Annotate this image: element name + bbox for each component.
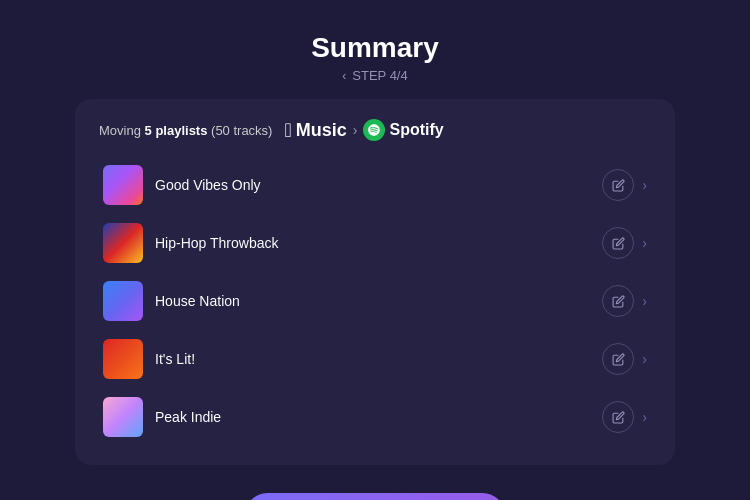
apple-music-logo:  Music [284, 120, 346, 141]
playlist-thumb [103, 339, 143, 379]
chevron-right-icon[interactable]: › [642, 293, 647, 309]
playlist-item: House Nation › [99, 273, 651, 329]
spotify-label: Spotify [389, 121, 443, 139]
edit-button[interactable] [602, 169, 634, 201]
chevron-right-icon[interactable]: › [642, 177, 647, 193]
playlist-item: Good Vibes Only › [99, 157, 651, 213]
playlist-thumb [103, 165, 143, 205]
playlist-name: It's Lit! [155, 351, 590, 367]
playlist-count: 5 playlists [145, 123, 208, 138]
moving-label: Moving [99, 123, 141, 138]
playlist-item: Hip-Hop Throwback › [99, 215, 651, 271]
track-count: (50 tracks) [211, 123, 272, 138]
edit-button[interactable] [602, 285, 634, 317]
apple-music-label: Music [296, 120, 347, 141]
page-header: Summary ‹ STEP 4/4 [311, 32, 439, 83]
summary-card: Moving 5 playlists (50 tracks)  Music ›… [75, 99, 675, 465]
chevron-left-icon: ‹ [342, 69, 346, 83]
playlist-name: Hip-Hop Throwback [155, 235, 590, 251]
spotify-icon [363, 119, 385, 141]
card-header-text: Moving 5 playlists (50 tracks) [99, 123, 272, 138]
edit-button[interactable] [602, 343, 634, 375]
playlist-thumb [103, 281, 143, 321]
card-header: Moving 5 playlists (50 tracks)  Music ›… [99, 119, 651, 141]
step-label: STEP 4/4 [352, 68, 407, 83]
playlist-actions: › [602, 343, 647, 375]
playlist-name: Good Vibes Only [155, 177, 590, 193]
spotify-logo: Spotify [363, 119, 443, 141]
edit-button[interactable] [602, 227, 634, 259]
playlist-actions: › [602, 169, 647, 201]
transfer-arrow: › [353, 122, 358, 138]
playlist-name: House Nation [155, 293, 590, 309]
page-title: Summary [311, 32, 439, 64]
playlist-name: Peak Indie [155, 409, 590, 425]
chevron-right-icon[interactable]: › [642, 409, 647, 425]
playlist-item: Peak Indie › [99, 389, 651, 445]
playlist-actions: › [602, 227, 647, 259]
chevron-right-icon[interactable]: › [642, 351, 647, 367]
step-indicator: ‹ STEP 4/4 [311, 68, 439, 83]
start-transfer-button[interactable]: Start Transfer [245, 493, 505, 500]
apple-icon:  [284, 120, 291, 140]
playlist-thumb [103, 397, 143, 437]
playlist-actions: › [602, 285, 647, 317]
playlist-list: Good Vibes Only › Hip-Hop Throwback [99, 157, 651, 445]
playlist-actions: › [602, 401, 647, 433]
transfer-logos:  Music › Spotify [284, 119, 443, 141]
chevron-right-icon[interactable]: › [642, 235, 647, 251]
playlist-thumb [103, 223, 143, 263]
playlist-item: It's Lit! › [99, 331, 651, 387]
edit-button[interactable] [602, 401, 634, 433]
